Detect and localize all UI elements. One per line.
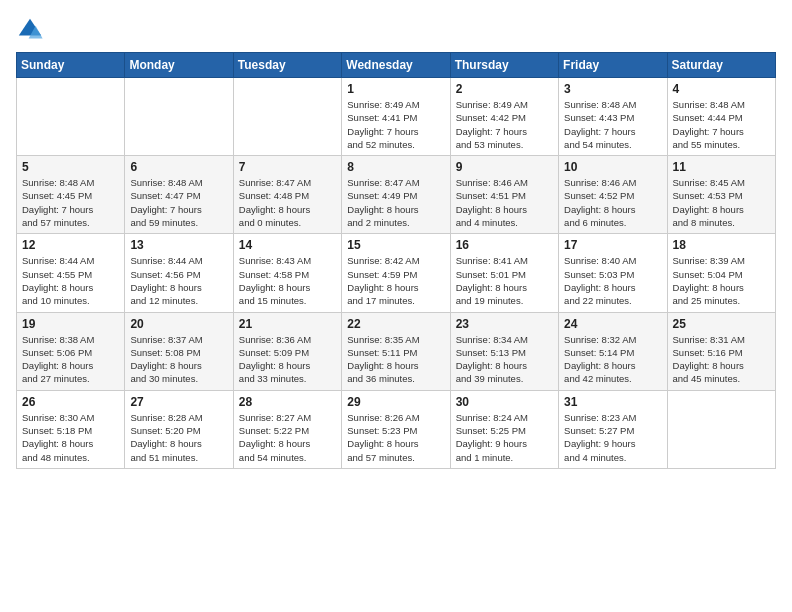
day-number: 9 [456,160,553,174]
day-cell: 22Sunrise: 8:35 AM Sunset: 5:11 PM Dayli… [342,312,450,390]
day-info: Sunrise: 8:47 AM Sunset: 4:49 PM Dayligh… [347,176,444,229]
day-number: 21 [239,317,336,331]
day-cell: 21Sunrise: 8:36 AM Sunset: 5:09 PM Dayli… [233,312,341,390]
day-info: Sunrise: 8:28 AM Sunset: 5:20 PM Dayligh… [130,411,227,464]
day-cell: 9Sunrise: 8:46 AM Sunset: 4:51 PM Daylig… [450,156,558,234]
day-cell [667,390,775,468]
day-info: Sunrise: 8:39 AM Sunset: 5:04 PM Dayligh… [673,254,770,307]
day-number: 4 [673,82,770,96]
day-number: 23 [456,317,553,331]
day-info: Sunrise: 8:24 AM Sunset: 5:25 PM Dayligh… [456,411,553,464]
day-cell [233,78,341,156]
day-number: 20 [130,317,227,331]
day-info: Sunrise: 8:36 AM Sunset: 5:09 PM Dayligh… [239,333,336,386]
day-number: 26 [22,395,119,409]
day-cell: 5Sunrise: 8:48 AM Sunset: 4:45 PM Daylig… [17,156,125,234]
day-cell: 28Sunrise: 8:27 AM Sunset: 5:22 PM Dayli… [233,390,341,468]
day-info: Sunrise: 8:43 AM Sunset: 4:58 PM Dayligh… [239,254,336,307]
day-cell [125,78,233,156]
day-cell: 18Sunrise: 8:39 AM Sunset: 5:04 PM Dayli… [667,234,775,312]
day-info: Sunrise: 8:34 AM Sunset: 5:13 PM Dayligh… [456,333,553,386]
day-number: 6 [130,160,227,174]
day-number: 16 [456,238,553,252]
weekday-header-monday: Monday [125,53,233,78]
day-cell: 19Sunrise: 8:38 AM Sunset: 5:06 PM Dayli… [17,312,125,390]
day-info: Sunrise: 8:38 AM Sunset: 5:06 PM Dayligh… [22,333,119,386]
day-cell [17,78,125,156]
day-cell: 7Sunrise: 8:47 AM Sunset: 4:48 PM Daylig… [233,156,341,234]
day-info: Sunrise: 8:32 AM Sunset: 5:14 PM Dayligh… [564,333,661,386]
weekday-header-tuesday: Tuesday [233,53,341,78]
day-info: Sunrise: 8:41 AM Sunset: 5:01 PM Dayligh… [456,254,553,307]
day-number: 1 [347,82,444,96]
day-number: 28 [239,395,336,409]
day-number: 15 [347,238,444,252]
day-number: 19 [22,317,119,331]
week-row-1: 5Sunrise: 8:48 AM Sunset: 4:45 PM Daylig… [17,156,776,234]
day-cell: 4Sunrise: 8:48 AM Sunset: 4:44 PM Daylig… [667,78,775,156]
day-number: 24 [564,317,661,331]
week-row-2: 12Sunrise: 8:44 AM Sunset: 4:55 PM Dayli… [17,234,776,312]
day-cell: 8Sunrise: 8:47 AM Sunset: 4:49 PM Daylig… [342,156,450,234]
day-info: Sunrise: 8:46 AM Sunset: 4:51 PM Dayligh… [456,176,553,229]
day-cell: 6Sunrise: 8:48 AM Sunset: 4:47 PM Daylig… [125,156,233,234]
day-info: Sunrise: 8:48 AM Sunset: 4:44 PM Dayligh… [673,98,770,151]
day-cell: 12Sunrise: 8:44 AM Sunset: 4:55 PM Dayli… [17,234,125,312]
day-cell: 24Sunrise: 8:32 AM Sunset: 5:14 PM Dayli… [559,312,667,390]
day-info: Sunrise: 8:44 AM Sunset: 4:56 PM Dayligh… [130,254,227,307]
day-cell: 13Sunrise: 8:44 AM Sunset: 4:56 PM Dayli… [125,234,233,312]
day-cell: 1Sunrise: 8:49 AM Sunset: 4:41 PM Daylig… [342,78,450,156]
day-number: 12 [22,238,119,252]
day-info: Sunrise: 8:27 AM Sunset: 5:22 PM Dayligh… [239,411,336,464]
day-cell: 15Sunrise: 8:42 AM Sunset: 4:59 PM Dayli… [342,234,450,312]
weekday-header-friday: Friday [559,53,667,78]
day-cell: 14Sunrise: 8:43 AM Sunset: 4:58 PM Dayli… [233,234,341,312]
day-cell: 31Sunrise: 8:23 AM Sunset: 5:27 PM Dayli… [559,390,667,468]
day-info: Sunrise: 8:46 AM Sunset: 4:52 PM Dayligh… [564,176,661,229]
day-number: 5 [22,160,119,174]
day-info: Sunrise: 8:47 AM Sunset: 4:48 PM Dayligh… [239,176,336,229]
day-cell: 29Sunrise: 8:26 AM Sunset: 5:23 PM Dayli… [342,390,450,468]
day-number: 18 [673,238,770,252]
day-cell: 2Sunrise: 8:49 AM Sunset: 4:42 PM Daylig… [450,78,558,156]
weekday-header-sunday: Sunday [17,53,125,78]
day-info: Sunrise: 8:44 AM Sunset: 4:55 PM Dayligh… [22,254,119,307]
calendar: SundayMondayTuesdayWednesdayThursdayFrid… [16,52,776,469]
day-cell: 27Sunrise: 8:28 AM Sunset: 5:20 PM Dayli… [125,390,233,468]
day-info: Sunrise: 8:45 AM Sunset: 4:53 PM Dayligh… [673,176,770,229]
day-info: Sunrise: 8:48 AM Sunset: 4:45 PM Dayligh… [22,176,119,229]
day-number: 7 [239,160,336,174]
day-number: 27 [130,395,227,409]
day-info: Sunrise: 8:35 AM Sunset: 5:11 PM Dayligh… [347,333,444,386]
day-info: Sunrise: 8:49 AM Sunset: 4:42 PM Dayligh… [456,98,553,151]
week-row-3: 19Sunrise: 8:38 AM Sunset: 5:06 PM Dayli… [17,312,776,390]
day-number: 10 [564,160,661,174]
day-number: 11 [673,160,770,174]
day-info: Sunrise: 8:48 AM Sunset: 4:47 PM Dayligh… [130,176,227,229]
day-number: 14 [239,238,336,252]
day-cell: 25Sunrise: 8:31 AM Sunset: 5:16 PM Dayli… [667,312,775,390]
weekday-header-row: SundayMondayTuesdayWednesdayThursdayFrid… [17,53,776,78]
day-number: 17 [564,238,661,252]
weekday-header-thursday: Thursday [450,53,558,78]
day-info: Sunrise: 8:26 AM Sunset: 5:23 PM Dayligh… [347,411,444,464]
logo [16,16,48,44]
day-info: Sunrise: 8:48 AM Sunset: 4:43 PM Dayligh… [564,98,661,151]
day-cell: 17Sunrise: 8:40 AM Sunset: 5:03 PM Dayli… [559,234,667,312]
day-cell: 3Sunrise: 8:48 AM Sunset: 4:43 PM Daylig… [559,78,667,156]
header [16,16,776,44]
week-row-0: 1Sunrise: 8:49 AM Sunset: 4:41 PM Daylig… [17,78,776,156]
week-row-4: 26Sunrise: 8:30 AM Sunset: 5:18 PM Dayli… [17,390,776,468]
day-info: Sunrise: 8:30 AM Sunset: 5:18 PM Dayligh… [22,411,119,464]
day-number: 30 [456,395,553,409]
weekday-header-saturday: Saturday [667,53,775,78]
day-number: 2 [456,82,553,96]
day-cell: 26Sunrise: 8:30 AM Sunset: 5:18 PM Dayli… [17,390,125,468]
day-number: 13 [130,238,227,252]
day-cell: 30Sunrise: 8:24 AM Sunset: 5:25 PM Dayli… [450,390,558,468]
day-number: 3 [564,82,661,96]
day-cell: 16Sunrise: 8:41 AM Sunset: 5:01 PM Dayli… [450,234,558,312]
day-number: 29 [347,395,444,409]
day-cell: 20Sunrise: 8:37 AM Sunset: 5:08 PM Dayli… [125,312,233,390]
day-info: Sunrise: 8:31 AM Sunset: 5:16 PM Dayligh… [673,333,770,386]
